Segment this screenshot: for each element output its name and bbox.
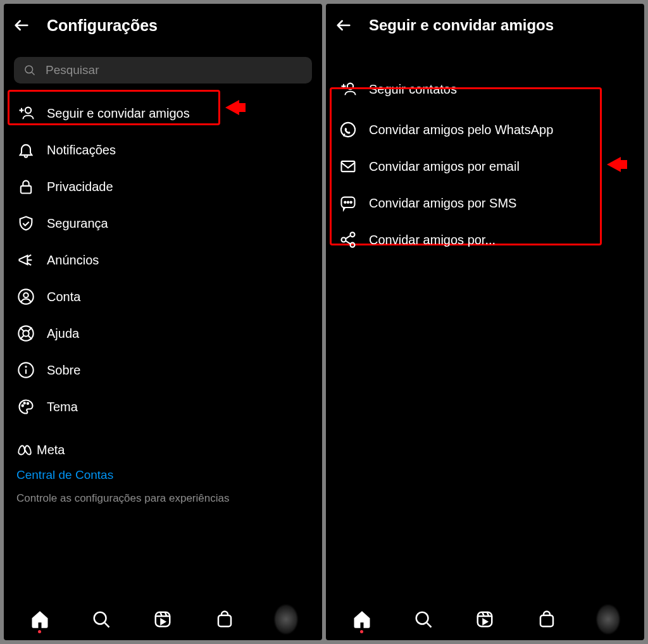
svg-point-33 (344, 202, 346, 203)
settings-item-label: Anúncios (47, 253, 99, 268)
settings-item-follow-invite[interactable]: Seguir e convidar amigos (8, 95, 318, 132)
meta-brand-label: Meta (37, 443, 65, 457)
search-icon (23, 63, 37, 77)
svg-rect-26 (218, 616, 231, 627)
invite-item-label: Seguir contatos (369, 82, 457, 97)
meta-section: Meta Central de Contas Controle as confi… (4, 425, 322, 505)
svg-point-20 (94, 612, 106, 624)
svg-point-37 (342, 238, 346, 242)
meta-caption: Controle as configurações para experiênc… (16, 492, 309, 505)
svg-line-21 (105, 623, 109, 628)
svg-point-30 (341, 123, 355, 137)
svg-point-9 (23, 330, 28, 336)
svg-point-27 (347, 84, 353, 89)
megaphone-icon (16, 251, 35, 269)
add-user-icon (339, 80, 358, 99)
palette-icon (16, 397, 35, 416)
settings-item-notifications[interactable]: Notificações (8, 132, 318, 168)
invite-item-label: Convidar amigos pelo WhatsApp (369, 123, 553, 137)
nav-profile[interactable] (597, 608, 620, 631)
add-user-icon (16, 104, 35, 123)
svg-line-40 (346, 241, 351, 244)
nav-home[interactable] (28, 608, 51, 631)
settings-item-label: Notificações (47, 143, 116, 158)
invite-item-email[interactable]: Convidar amigos por email (330, 148, 640, 185)
svg-point-34 (347, 202, 349, 203)
settings-item-ads[interactable]: Anúncios (8, 242, 318, 278)
bottom-nav (326, 602, 644, 640)
svg-point-17 (22, 405, 23, 406)
settings-item-security[interactable]: Segurança (8, 205, 318, 242)
nav-reels[interactable] (473, 608, 496, 631)
svg-rect-47 (540, 616, 553, 627)
lock-icon (16, 177, 35, 196)
svg-rect-31 (342, 161, 355, 171)
settings-screen: Configurações Seguir e convidar amigos N… (4, 4, 322, 640)
header: Configurações (4, 4, 322, 44)
svg-line-42 (427, 623, 432, 628)
svg-point-6 (18, 289, 33, 304)
svg-point-36 (351, 232, 355, 237)
nav-reels[interactable] (151, 608, 174, 631)
settings-item-account[interactable]: Conta (8, 278, 318, 315)
settings-item-label: Conta (47, 290, 80, 304)
nav-search[interactable] (412, 608, 435, 631)
info-icon (16, 361, 35, 380)
settings-item-label: Tema (47, 400, 78, 414)
nav-shop[interactable] (213, 608, 236, 631)
nav-home[interactable] (351, 608, 373, 631)
settings-item-privacy[interactable]: Privacidade (8, 168, 318, 205)
svg-point-16 (25, 366, 26, 367)
meta-brand: Meta (16, 442, 309, 458)
page-title: Configurações (47, 16, 158, 35)
svg-point-35 (351, 202, 352, 203)
bottom-nav (4, 602, 322, 640)
settings-item-about[interactable]: Sobre (8, 352, 318, 388)
settings-item-theme[interactable]: Tema (8, 388, 318, 425)
nav-home-badge (38, 630, 41, 633)
invite-item-label: Convidar amigos por SMS (369, 196, 516, 211)
svg-rect-22 (156, 612, 170, 627)
header: Seguir e convidar amigos (326, 4, 644, 44)
settings-item-label: Ajuda (47, 326, 79, 341)
accounts-center-link[interactable]: Central de Contas (16, 468, 309, 482)
settings-item-label: Sobre (47, 363, 80, 378)
settings-item-help[interactable]: Ajuda (8, 315, 318, 352)
invite-list: Seguir contatos Convidar amigos pelo Wha… (326, 44, 644, 258)
meta-logo-icon (16, 442, 33, 458)
invite-item-whatsapp[interactable]: Convidar amigos pelo WhatsApp (330, 111, 640, 148)
svg-point-18 (24, 402, 25, 404)
lifebuoy-icon (16, 324, 35, 343)
invite-item-sms[interactable]: Convidar amigos por SMS (330, 185, 640, 221)
settings-list: Seguir e convidar amigos Notificações Pr… (4, 89, 322, 425)
profile-avatar (275, 605, 297, 634)
search-input[interactable] (46, 63, 303, 77)
svg-point-0 (25, 66, 33, 73)
email-icon (339, 157, 358, 176)
back-button[interactable] (11, 15, 32, 35)
svg-rect-43 (478, 612, 492, 627)
settings-item-label: Segurança (47, 216, 108, 231)
user-circle-icon (16, 287, 35, 306)
profile-avatar (597, 605, 620, 634)
svg-point-38 (351, 243, 355, 247)
whatsapp-icon (339, 120, 358, 139)
svg-line-39 (346, 235, 351, 238)
follow-invite-screen: Seguir e convidar amigos Seguir contatos… (326, 4, 644, 640)
nav-shop[interactable] (535, 608, 558, 631)
nav-search[interactable] (90, 608, 113, 631)
svg-point-2 (25, 108, 31, 113)
svg-point-19 (27, 403, 28, 404)
invite-item-share[interactable]: Convidar amigos por... (330, 221, 640, 258)
nav-home-badge (360, 630, 363, 633)
svg-rect-5 (21, 186, 31, 194)
back-button[interactable] (333, 15, 354, 35)
nav-profile[interactable] (275, 608, 297, 631)
search-field[interactable] (14, 57, 312, 84)
invite-item-follow-contacts[interactable]: Seguir contatos (330, 71, 640, 108)
settings-item-label: Seguir e convidar amigos (47, 106, 190, 121)
svg-point-41 (416, 612, 428, 624)
settings-item-label: Privacidade (47, 180, 113, 194)
search-container (4, 44, 322, 89)
shield-icon (16, 214, 35, 233)
